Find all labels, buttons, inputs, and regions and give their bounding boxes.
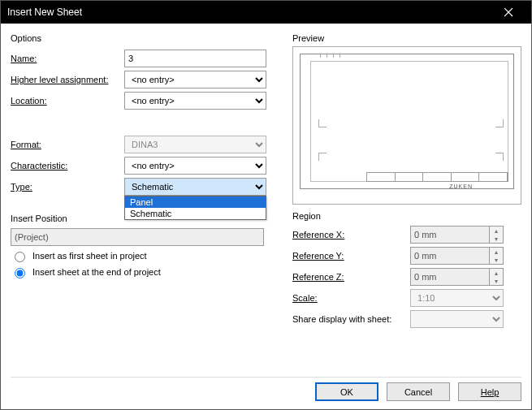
region-legend: Region <box>292 211 521 221</box>
format-label: Format: <box>11 140 124 149</box>
radio-first-label: Insert as first sheet in project <box>32 251 147 261</box>
options-legend: Options <box>11 33 41 46</box>
options-group: Options Name: Higher level assignment: <… <box>11 33 283 199</box>
hla-label: Higher level assignment: <box>11 75 124 84</box>
ok-button[interactable]: OK <box>315 382 378 401</box>
chevron-down-icon[interactable]: ▼ <box>490 235 503 243</box>
window-title: Insert New Sheet <box>7 6 492 18</box>
chevron-down-icon[interactable]: ▼ <box>490 256 503 264</box>
chevron-up-icon[interactable]: ▲ <box>490 269 503 277</box>
help-button[interactable]: Help <box>458 382 521 401</box>
type-select[interactable]: Schematic <box>124 178 266 196</box>
location-select[interactable]: <no entry> <box>124 92 266 110</box>
preview-legend: Preview <box>292 33 521 43</box>
chevron-down-icon[interactable]: ▼ <box>490 277 503 285</box>
scale-label: Scale: <box>292 293 410 303</box>
type-label: Type: <box>11 182 124 192</box>
type-dropdown-list[interactable]: Panel Schematic <box>124 196 266 220</box>
radio-end[interactable]: Insert sheet at the end of project <box>11 265 283 278</box>
hla-select[interactable]: <no entry> <box>124 71 266 88</box>
radio-first-input[interactable] <box>15 252 25 262</box>
refz-label: Reference Z: <box>292 272 410 282</box>
share-label: Share display with sheet: <box>292 314 410 324</box>
project-field: (Project) <box>11 228 264 246</box>
name-input[interactable] <box>124 50 266 67</box>
radio-end-input[interactable] <box>15 268 25 278</box>
share-select[interactable] <box>410 310 504 328</box>
preview-watermark: ZUKEN <box>449 183 473 189</box>
characteristic-select[interactable]: <no entry> <box>124 157 266 175</box>
chevron-up-icon[interactable]: ▲ <box>490 248 503 256</box>
format-select[interactable]: DINA3 <box>124 136 266 153</box>
chevron-up-icon[interactable]: ▲ <box>490 227 503 235</box>
type-option-panel[interactable]: Panel <box>125 196 266 208</box>
scale-select[interactable]: 1:10 <box>410 289 504 307</box>
refx-field[interactable]: 0 mm▲▼ <box>410 226 504 244</box>
close-icon <box>504 8 513 17</box>
preview-area: ZUKEN <box>292 46 521 205</box>
type-option-schematic[interactable]: Schematic <box>125 208 266 219</box>
refx-label: Reference X: <box>292 230 410 240</box>
name-label: Name: <box>11 54 124 63</box>
titlebar: Insert New Sheet <box>1 1 531 24</box>
cancel-button[interactable]: Cancel <box>387 382 450 401</box>
close-button[interactable] <box>492 1 525 24</box>
refz-field[interactable]: 0 mm▲▼ <box>410 268 504 286</box>
radio-end-label: Insert sheet at the end of project <box>32 267 161 277</box>
refy-field[interactable]: 0 mm▲▼ <box>410 247 504 265</box>
characteristic-label: Characteristic: <box>11 161 124 170</box>
location-label: Location: <box>11 96 124 106</box>
radio-first[interactable]: Insert as first sheet in project <box>11 249 283 262</box>
refy-label: Reference Y: <box>292 251 410 261</box>
